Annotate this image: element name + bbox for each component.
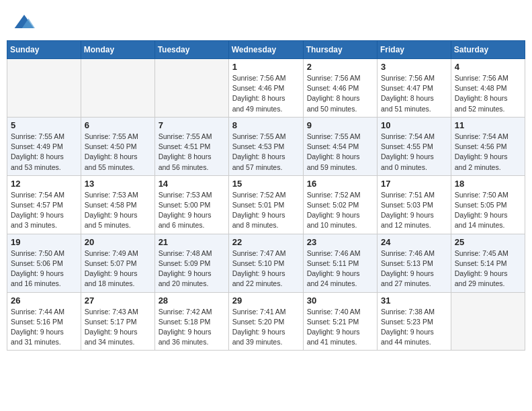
day-number: 26 bbox=[11, 295, 77, 306]
calendar-cell: 6Sunrise: 7:55 AMSunset: 4:50 PMDaylight… bbox=[81, 117, 154, 175]
calendar-cell: 22Sunrise: 7:47 AMSunset: 5:10 PMDayligh… bbox=[228, 234, 303, 292]
day-number: 22 bbox=[232, 237, 300, 247]
day-info: Sunrise: 7:56 AMSunset: 4:46 PMDaylight:… bbox=[307, 73, 373, 114]
day-info: Sunrise: 7:45 AMSunset: 5:14 PMDaylight:… bbox=[455, 248, 521, 289]
calendar-cell: 13Sunrise: 7:53 AMSunset: 4:58 PMDayligh… bbox=[81, 175, 154, 234]
calendar-cell: 27Sunrise: 7:43 AMSunset: 5:17 PMDayligh… bbox=[81, 292, 154, 351]
day-number: 29 bbox=[232, 295, 300, 306]
calendar-cell: 23Sunrise: 7:46 AMSunset: 5:11 PMDayligh… bbox=[303, 234, 377, 292]
day-number: 19 bbox=[11, 237, 77, 247]
header-thursday: Thursday bbox=[303, 41, 377, 59]
calendar-cell bbox=[154, 59, 228, 118]
calendar-cell: 7Sunrise: 7:55 AMSunset: 4:51 PMDaylight… bbox=[154, 117, 228, 175]
day-info: Sunrise: 7:55 AMSunset: 4:49 PMDaylight:… bbox=[11, 132, 77, 173]
calendar-cell: 15Sunrise: 7:52 AMSunset: 5:01 PMDayligh… bbox=[228, 175, 303, 234]
calendar-week-1: 1Sunrise: 7:56 AMSunset: 4:46 PMDaylight… bbox=[7, 59, 525, 118]
logo bbox=[13, 12, 38, 34]
calendar-cell bbox=[81, 59, 154, 118]
day-number: 18 bbox=[455, 179, 521, 189]
day-info: Sunrise: 7:38 AMSunset: 5:23 PMDaylight:… bbox=[381, 307, 447, 348]
calendar-cell: 24Sunrise: 7:46 AMSunset: 5:13 PMDayligh… bbox=[378, 234, 451, 292]
calendar-cell: 14Sunrise: 7:53 AMSunset: 5:00 PMDayligh… bbox=[154, 175, 228, 234]
day-info: Sunrise: 7:51 AMSunset: 5:03 PMDaylight:… bbox=[381, 190, 447, 231]
calendar-cell: 4Sunrise: 7:56 AMSunset: 4:48 PMDaylight… bbox=[451, 59, 525, 118]
day-number: 3 bbox=[381, 62, 447, 72]
day-info: Sunrise: 7:42 AMSunset: 5:18 PMDaylight:… bbox=[159, 307, 225, 348]
calendar-cell: 8Sunrise: 7:55 AMSunset: 4:53 PMDaylight… bbox=[228, 117, 303, 175]
day-number: 31 bbox=[381, 295, 447, 306]
day-number: 9 bbox=[307, 120, 373, 130]
calendar-cell: 21Sunrise: 7:48 AMSunset: 5:09 PMDayligh… bbox=[154, 234, 228, 292]
day-info: Sunrise: 7:53 AMSunset: 5:00 PMDaylight:… bbox=[159, 190, 225, 231]
day-number: 28 bbox=[159, 295, 225, 306]
calendar-cell: 1Sunrise: 7:56 AMSunset: 4:46 PMDaylight… bbox=[228, 59, 303, 118]
day-number: 17 bbox=[381, 179, 447, 189]
day-info: Sunrise: 7:41 AMSunset: 5:20 PMDaylight:… bbox=[232, 307, 300, 348]
calendar-cell: 3Sunrise: 7:56 AMSunset: 4:47 PMDaylight… bbox=[378, 59, 451, 118]
day-number: 11 bbox=[455, 120, 521, 130]
calendar-cell: 11Sunrise: 7:54 AMSunset: 4:56 PMDayligh… bbox=[451, 117, 525, 175]
header-sunday: Sunday bbox=[7, 41, 81, 59]
calendar-header-row: SundayMondayTuesdayWednesdayThursdayFrid… bbox=[7, 41, 525, 59]
day-info: Sunrise: 7:52 AMSunset: 5:02 PMDaylight:… bbox=[307, 190, 373, 231]
day-number: 20 bbox=[85, 237, 151, 247]
day-info: Sunrise: 7:49 AMSunset: 5:07 PMDaylight:… bbox=[85, 248, 151, 289]
day-info: Sunrise: 7:40 AMSunset: 5:21 PMDaylight:… bbox=[307, 307, 373, 348]
calendar-cell: 29Sunrise: 7:41 AMSunset: 5:20 PMDayligh… bbox=[228, 292, 303, 351]
day-info: Sunrise: 7:54 AMSunset: 4:56 PMDaylight:… bbox=[455, 132, 521, 173]
day-info: Sunrise: 7:48 AMSunset: 5:09 PMDaylight:… bbox=[159, 248, 225, 289]
day-info: Sunrise: 7:56 AMSunset: 4:48 PMDaylight:… bbox=[455, 73, 521, 114]
day-number: 25 bbox=[455, 237, 521, 247]
day-number: 7 bbox=[159, 120, 225, 130]
day-info: Sunrise: 7:43 AMSunset: 5:17 PMDaylight:… bbox=[85, 307, 151, 348]
day-info: Sunrise: 7:52 AMSunset: 5:01 PMDaylight:… bbox=[232, 190, 300, 231]
day-number: 16 bbox=[307, 179, 373, 189]
calendar-cell bbox=[451, 292, 525, 351]
day-number: 4 bbox=[455, 62, 521, 72]
day-number: 5 bbox=[11, 120, 77, 130]
day-info: Sunrise: 7:56 AMSunset: 4:46 PMDaylight:… bbox=[232, 73, 300, 114]
day-number: 24 bbox=[381, 237, 447, 247]
calendar-cell: 18Sunrise: 7:50 AMSunset: 5:05 PMDayligh… bbox=[451, 175, 525, 234]
calendar-week-3: 12Sunrise: 7:54 AMSunset: 4:57 PMDayligh… bbox=[7, 175, 525, 234]
calendar-cell: 9Sunrise: 7:55 AMSunset: 4:54 PMDaylight… bbox=[303, 117, 377, 175]
day-number: 15 bbox=[232, 179, 300, 189]
calendar-cell: 12Sunrise: 7:54 AMSunset: 4:57 PMDayligh… bbox=[7, 175, 81, 234]
day-info: Sunrise: 7:53 AMSunset: 4:58 PMDaylight:… bbox=[85, 190, 151, 231]
header-wednesday: Wednesday bbox=[228, 41, 303, 59]
day-info: Sunrise: 7:54 AMSunset: 4:55 PMDaylight:… bbox=[381, 132, 447, 173]
day-number: 23 bbox=[307, 237, 373, 247]
day-number: 12 bbox=[11, 179, 77, 189]
calendar-cell: 17Sunrise: 7:51 AMSunset: 5:03 PMDayligh… bbox=[378, 175, 451, 234]
day-number: 21 bbox=[159, 237, 225, 247]
calendar-week-5: 26Sunrise: 7:44 AMSunset: 5:16 PMDayligh… bbox=[7, 292, 525, 351]
calendar-cell: 10Sunrise: 7:54 AMSunset: 4:55 PMDayligh… bbox=[378, 117, 451, 175]
day-info: Sunrise: 7:55 AMSunset: 4:50 PMDaylight:… bbox=[85, 132, 151, 173]
header-friday: Friday bbox=[378, 41, 451, 59]
calendar-table: SundayMondayTuesdayWednesdayThursdayFrid… bbox=[7, 40, 525, 351]
day-info: Sunrise: 7:55 AMSunset: 4:53 PMDaylight:… bbox=[232, 132, 300, 173]
day-number: 13 bbox=[85, 179, 151, 189]
day-info: Sunrise: 7:46 AMSunset: 5:13 PMDaylight:… bbox=[381, 248, 447, 289]
calendar-week-4: 19Sunrise: 7:50 AMSunset: 5:06 PMDayligh… bbox=[7, 234, 525, 292]
header-tuesday: Tuesday bbox=[154, 41, 228, 59]
day-number: 6 bbox=[85, 120, 151, 130]
calendar-cell: 20Sunrise: 7:49 AMSunset: 5:07 PMDayligh… bbox=[81, 234, 154, 292]
day-info: Sunrise: 7:55 AMSunset: 4:54 PMDaylight:… bbox=[307, 132, 373, 173]
calendar-cell: 5Sunrise: 7:55 AMSunset: 4:49 PMDaylight… bbox=[7, 117, 81, 175]
calendar-cell: 16Sunrise: 7:52 AMSunset: 5:02 PMDayligh… bbox=[303, 175, 377, 234]
day-info: Sunrise: 7:55 AMSunset: 4:51 PMDaylight:… bbox=[159, 132, 225, 173]
header-saturday: Saturday bbox=[451, 41, 525, 59]
day-info: Sunrise: 7:46 AMSunset: 5:11 PMDaylight:… bbox=[307, 248, 373, 289]
calendar-cell bbox=[7, 59, 81, 118]
calendar-cell: 26Sunrise: 7:44 AMSunset: 5:16 PMDayligh… bbox=[7, 292, 81, 351]
day-number: 2 bbox=[307, 62, 373, 72]
day-info: Sunrise: 7:47 AMSunset: 5:10 PMDaylight:… bbox=[232, 248, 300, 289]
day-number: 14 bbox=[159, 179, 225, 189]
day-number: 8 bbox=[232, 120, 300, 130]
calendar-cell: 28Sunrise: 7:42 AMSunset: 5:18 PMDayligh… bbox=[154, 292, 228, 351]
calendar-cell: 2Sunrise: 7:56 AMSunset: 4:46 PMDaylight… bbox=[303, 59, 377, 118]
day-info: Sunrise: 7:54 AMSunset: 4:57 PMDaylight:… bbox=[11, 190, 77, 231]
day-info: Sunrise: 7:56 AMSunset: 4:47 PMDaylight:… bbox=[381, 73, 447, 114]
day-info: Sunrise: 7:50 AMSunset: 5:05 PMDaylight:… bbox=[455, 190, 521, 231]
